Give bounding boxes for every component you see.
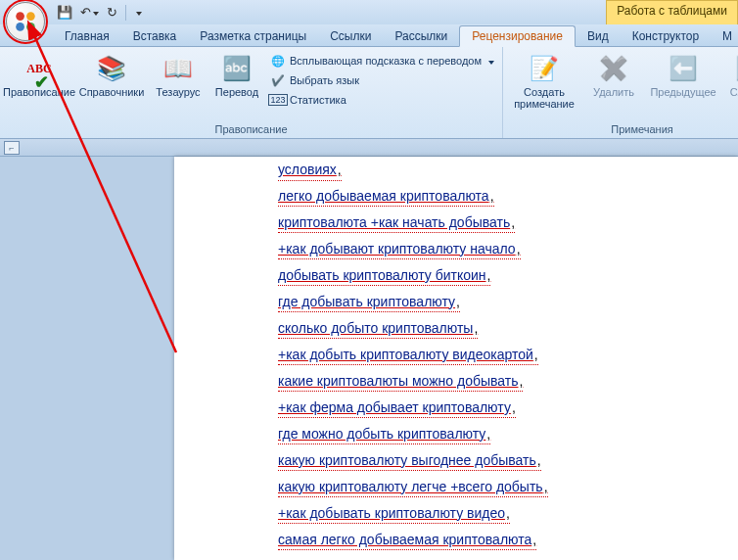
new-comment-button[interactable]: 📝 Создать примечание bbox=[509, 51, 579, 112]
dropdown-icon bbox=[485, 55, 494, 67]
new-comment-icon: 📝 bbox=[529, 53, 560, 84]
table-row: +как добывать криптовалюту видео bbox=[174, 501, 738, 528]
statistics-button[interactable]: 123 Статистика bbox=[268, 90, 496, 110]
previous-comment-button[interactable]: ⬅️ Предыдущее bbox=[648, 51, 718, 100]
next-comment-button[interactable]: ➡️ Следую bbox=[724, 51, 738, 100]
qat-customize-icon[interactable] bbox=[134, 5, 142, 20]
tab-selector[interactable]: ⌐ bbox=[4, 141, 20, 155]
thesaurus-icon: 📖 bbox=[162, 53, 194, 84]
table-row: какую криптовалюту легче +всего добыть bbox=[174, 475, 738, 501]
previous-comment-icon: ⬅️ bbox=[668, 53, 699, 84]
table-row: где можно добыть криптовалюту bbox=[174, 422, 738, 448]
tab-4[interactable]: Рассылки bbox=[383, 26, 459, 46]
tab-7[interactable]: Конструктор bbox=[621, 26, 711, 46]
spelling-button[interactable]: ABC✔ Правописание bbox=[6, 51, 72, 100]
tab-0[interactable]: Главная bbox=[53, 26, 121, 46]
table-row: легко добываемая криптовалюта bbox=[174, 184, 738, 210]
table-row: где добывать криптовалюту bbox=[174, 290, 738, 316]
page: условияхлегко добываемая криптовалютакри… bbox=[174, 157, 738, 560]
hyperlink-cell[interactable]: какую криптовалюту легче +всего добыть bbox=[278, 478, 548, 498]
statistics-icon: 123 bbox=[270, 92, 286, 108]
ribbon: ABC✔ Правописание 📚 Справочники 📖 Тезаур… bbox=[0, 47, 738, 139]
hyperlink-cell[interactable]: какие криптовалюты можно добывать bbox=[278, 372, 523, 393]
thesaurus-label: Тезаурус bbox=[156, 86, 200, 98]
table-row: самая легко добываемая криптовалюта bbox=[174, 528, 738, 554]
qat-separator bbox=[125, 5, 126, 21]
translate-icon: 🔤 bbox=[221, 53, 253, 84]
document-area: условияхлегко добываемая криптовалютакри… bbox=[0, 157, 738, 560]
tooltip-translate-icon: 🌐 bbox=[270, 53, 286, 69]
hyperlink-cell[interactable]: где добывать криптовалюту bbox=[278, 293, 460, 313]
proofing-small-buttons: 🌐 Всплывающая подсказка с переводом ✔️ В… bbox=[268, 51, 496, 110]
undo-icon[interactable]: ↶ bbox=[80, 5, 99, 20]
delete-comment-icon: ✖️ bbox=[598, 53, 629, 84]
hyperlink-cell[interactable]: +как добывают криптовалюту начало bbox=[278, 240, 521, 260]
hyperlink-cell[interactable]: добывать криптовалюту биткоин bbox=[278, 266, 490, 287]
hyperlink-cell[interactable]: условиях bbox=[278, 161, 342, 181]
group-comments: 📝 Создать примечание ✖️ Удалить ⬅️ Преды… bbox=[503, 47, 738, 138]
table-row: какие криптовалюты можно добывать bbox=[174, 369, 738, 396]
table-row: добывать криптовалюту биткоин bbox=[174, 263, 738, 290]
translate-button[interactable]: 🔤 Перевод bbox=[211, 51, 262, 100]
spelling-icon: ABC✔ bbox=[23, 53, 55, 84]
svg-point-3 bbox=[26, 23, 35, 31]
new-comment-label: Создать примечание bbox=[514, 86, 575, 110]
quick-access-toolbar: 💾 ↶ ↻ bbox=[51, 0, 142, 24]
hyperlink-cell[interactable]: +как добыть криптовалюту видеокартой bbox=[278, 346, 538, 366]
table-row: сколько добыто криптовалюты bbox=[174, 316, 738, 343]
hyperlink-cell[interactable]: легко добываемая криптовалюта bbox=[278, 187, 494, 208]
tab-2[interactable]: Разметка страницы bbox=[188, 26, 318, 46]
table-row: +как добывают криптовалюту начало bbox=[174, 237, 738, 263]
thesaurus-button[interactable]: 📖 Тезаурус bbox=[151, 51, 206, 100]
tooltip-translate-label: Всплывающая подсказка с переводом bbox=[290, 55, 482, 67]
tooltip-translate-button[interactable]: 🌐 Всплывающая подсказка с переводом bbox=[268, 51, 496, 70]
set-language-label: Выбрать язык bbox=[290, 74, 359, 86]
delete-comment-button[interactable]: ✖️ Удалить bbox=[585, 51, 642, 100]
office-button[interactable] bbox=[6, 2, 45, 41]
table-row: криптовалюта +как начать добывать bbox=[174, 210, 738, 237]
tab-5[interactable]: Рецензирование bbox=[459, 25, 576, 47]
hyperlink-cell[interactable]: +как ферма добывает криптовалюту bbox=[278, 398, 516, 419]
references-button[interactable]: 📚 Справочники bbox=[78, 51, 145, 100]
previous-comment-label: Предыдущее bbox=[650, 86, 715, 98]
contextual-tab-label: Работа с таблицами bbox=[606, 0, 738, 24]
references-icon: 📚 bbox=[96, 53, 127, 84]
ruler-bar: ⌐ bbox=[0, 139, 738, 157]
next-comment-icon: ➡️ bbox=[734, 53, 738, 84]
svg-point-1 bbox=[26, 12, 35, 21]
svg-point-0 bbox=[16, 12, 24, 21]
hyperlink-cell[interactable]: какую криптовалюту выгоднее добывать bbox=[278, 451, 541, 472]
tab-1[interactable]: Вставка bbox=[121, 26, 189, 46]
tab-3[interactable]: Ссылки bbox=[318, 26, 383, 46]
set-language-button[interactable]: ✔️ Выбрать язык bbox=[268, 70, 496, 90]
group-proofing: ABC✔ Правописание 📚 Справочники 📖 Тезаур… bbox=[0, 47, 503, 138]
group-proofing-label: Правописание bbox=[6, 121, 496, 138]
save-icon[interactable]: 💾 bbox=[57, 5, 72, 20]
table-row: +как добыть криптовалюту видеокартой bbox=[174, 343, 738, 369]
translate-label: Перевод bbox=[215, 86, 258, 98]
statistics-label: Статистика bbox=[290, 94, 346, 106]
next-comment-label: Следую bbox=[730, 86, 738, 98]
redo-icon[interactable]: ↻ bbox=[107, 5, 117, 20]
table-row: какую криптовалюту выгоднее добывать bbox=[174, 448, 738, 475]
language-icon: ✔️ bbox=[270, 72, 286, 88]
references-label: Справочники bbox=[79, 86, 145, 98]
hyperlink-cell[interactable]: сколько добыто криптовалюты bbox=[278, 319, 478, 340]
svg-point-2 bbox=[16, 23, 24, 31]
hyperlink-cell[interactable]: самая легко добываемая криптовалюта bbox=[278, 531, 536, 551]
table-row: условиях bbox=[174, 161, 738, 184]
ribbon-tabs: ГлавнаяВставкаРазметка страницыСсылкиРас… bbox=[0, 24, 738, 47]
hyperlink-cell[interactable]: +как добывать криптовалюту видео bbox=[278, 504, 510, 525]
table-row: +как ферма добывает криптовалюту bbox=[174, 396, 738, 422]
tab-6[interactable]: Вид bbox=[576, 26, 621, 46]
hyperlink-cell[interactable]: криптовалюта +как начать добывать bbox=[278, 213, 515, 234]
delete-comment-label: Удалить bbox=[593, 86, 634, 98]
group-comments-label: Примечания bbox=[509, 121, 738, 138]
title-bar: 💾 ↶ ↻ Работа с таблицами bbox=[0, 0, 738, 24]
tab-8[interactable]: М bbox=[711, 26, 738, 46]
hyperlink-cell[interactable]: где можно добыть криптовалюту bbox=[278, 425, 490, 445]
